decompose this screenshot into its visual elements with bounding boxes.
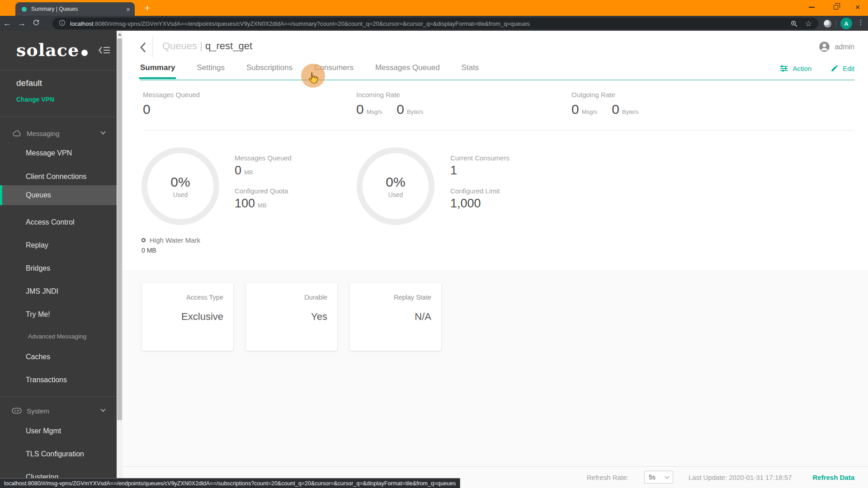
status-bar-url: localhost:8080/#/msg-vpns/ZGVmYXVsdA==/e… [0,478,460,488]
card-value: Yes [256,311,327,323]
browser-tab[interactable]: Summary | Queues × [15,2,135,16]
sidebar-item-message-vpn[interactable]: Message VPN [26,148,72,159]
scrollbar-thumb[interactable] [117,38,122,420]
browser-tab-bar: Summary | Queues × + × [0,0,868,16]
chevron-down-icon [665,474,670,479]
sidebar-item-transactions[interactable]: Transactions [26,375,67,385]
quota-gauge-info: Messages Queued 0 MB Configured Quota 10… [235,154,292,220]
url-host: localhost [70,20,93,27]
field-value: 1 [450,164,457,178]
sidebar-item-tls-configuration[interactable]: TLS Configuration [26,449,84,460]
divider [143,130,854,131]
header-divider [152,36,153,58]
sidebar-collapse-icon[interactable] [98,45,111,57]
divider [0,396,117,397]
tab-messages-queued[interactable]: Messages Queued [375,63,440,78]
breadcrumb-separator: | [200,40,203,52]
sidebar-item-caches[interactable]: Caches [26,352,50,362]
sidebar-item-queues[interactable]: Queues [26,190,51,201]
field-label: Configured Quota [235,187,292,195]
pencil-icon [830,64,839,72]
cloud-icon [12,130,22,137]
browser-menu-icon[interactable]: ⋮ [857,18,864,27]
sidebar-item-user-mgmt[interactable]: User Mgmt [26,426,61,436]
back-nav-icon[interactable]: ← [0,19,14,28]
tab-bar: Summary Settings Subscriptions Consumers… [140,63,854,80]
quota-gauge: 0% Used [142,147,219,225]
sidebar-item-jms-jndi[interactable]: JMS JNDI [26,286,58,297]
field-value: 0 [235,164,241,178]
tab-settings[interactable]: Settings [197,63,224,78]
sidebar-item-try-me[interactable]: Try Me! [26,309,50,320]
reload-icon[interactable] [29,19,43,28]
stat-value: 0 [143,102,151,117]
stat-value: 0 [571,102,579,117]
forward-nav-icon[interactable]: → [14,19,29,28]
stat-incoming-rate: Incoming Rate 0 Msg/s 0 Byte/s [356,91,423,117]
selected-accent-bar [0,185,2,205]
bookmark-star-icon[interactable]: ☆ [805,19,812,28]
page-title: q_rest_get [205,40,252,52]
tab-close-icon[interactable]: × [126,6,130,13]
back-button[interactable] [136,41,150,54]
minimize-icon [809,7,815,8]
consumers-gauge-info: Current Consumers 1 Configured Limit 1,0… [450,154,509,220]
consumers-gauge: 0% Used [357,147,434,225]
edit-button[interactable]: Edit [830,64,854,72]
gauge-percent: 0% [386,174,405,190]
field-unit: MB [244,169,253,176]
browser-profile-avatar[interactable]: A [840,18,852,29]
change-vpn-link[interactable]: Change VPN [16,96,54,103]
restore-icon [834,5,838,9]
refresh-data-link[interactable]: Refresh Data [812,474,854,481]
scrollbar-up-arrow-icon[interactable] [118,33,122,36]
refresh-rate-label: Refresh Rate: [587,474,629,481]
minimize-button[interactable] [801,0,822,14]
address-bar[interactable]: localhost:8080/#/msg-vpns/ZGVmYXVsdA==/e… [52,18,818,29]
url-rest: :8080/#/msg-vpns/ZGVmYXVsdA==/endpoints/… [93,20,529,27]
extension-icon[interactable] [824,20,831,28]
tab-subscriptions[interactable]: Subscriptions [246,63,292,78]
gauge-percent: 0% [170,174,190,190]
sidebar-selected-highlight [0,185,117,205]
new-tab-button[interactable]: + [141,2,154,14]
divider [0,117,117,117]
legend-label: High Water Mark [150,236,200,244]
action-label: Action [793,65,811,72]
vpn-name: default [16,78,42,88]
card-access-type: Access Type Exclusive [142,283,233,351]
info-icon[interactable] [59,19,66,28]
sidebar: solace default Change VPN Messaging Mess… [0,31,117,488]
sidebar-item-bridges[interactable]: Bridges [26,263,50,274]
field-label: Current Consumers [450,154,509,162]
high-water-mark-legend: High Water Mark [142,236,200,244]
sidebar-item-access-control[interactable]: Access Control [26,217,75,228]
card-label: Durable [256,294,327,301]
sliders-icon [779,65,788,72]
refresh-rate-value: 5s [649,474,656,481]
stat-outgoing-rate: Outgoing Rate 0 Msg/s 0 Byte/s [571,91,638,117]
refresh-rate-select[interactable]: 5s [644,471,673,483]
gauge-used-label: Used [173,191,188,198]
sidebar-scrollbar[interactable] [117,31,123,488]
close-button[interactable]: × [847,0,868,14]
stat-unit: Byte/s [622,108,638,115]
field-value: 1,000 [450,197,481,211]
page-header: Queues | q_rest_get admin [123,31,868,63]
tab-stats[interactable]: Stats [462,63,479,78]
sidebar-section-system[interactable]: System [0,404,117,417]
url-text[interactable]: localhost:8080/#/msg-vpns/ZGVmYXVsdA==/e… [70,20,783,27]
restore-button[interactable] [826,0,846,14]
breadcrumb-parent[interactable]: Queues [162,40,197,52]
sidebar-section-messaging[interactable]: Messaging [0,127,117,140]
zoom-icon[interactable] [790,20,798,28]
card-label: Replay State [360,294,431,301]
field-label: Configured Limit [450,187,509,195]
tab-summary[interactable]: Summary [140,63,175,78]
chevron-down-icon [100,407,105,412]
sidebar-item-client-connections[interactable]: Client Connections [26,171,86,182]
action-button[interactable]: Action [779,65,811,72]
field-label: Messages Queued [235,154,292,162]
user-menu[interactable]: admin [818,41,854,53]
sidebar-item-replay[interactable]: Replay [26,240,48,251]
